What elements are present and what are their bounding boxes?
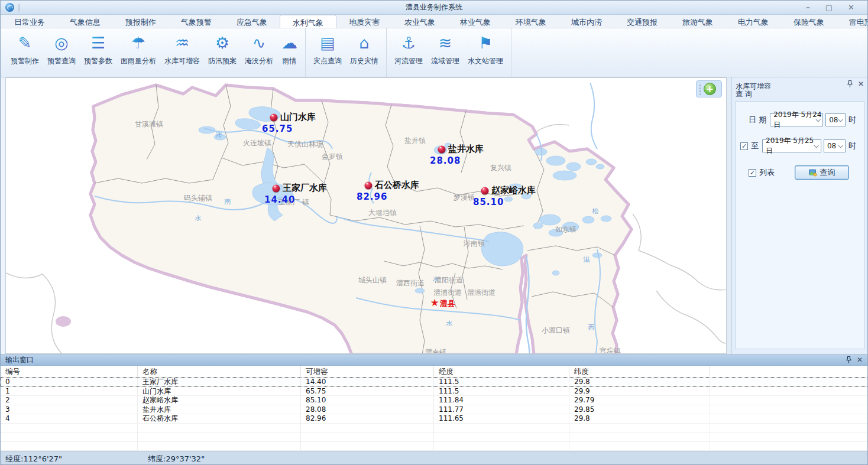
date-from-select[interactable]: 2019年 5月24日 <box>770 113 823 126</box>
reservoir-name-label: 赵家峪水库 <box>491 185 536 196</box>
close-icon[interactable]: ✕ <box>848 1 854 15</box>
column-header-4[interactable]: 纬度 <box>569 366 710 378</box>
hour-to-select[interactable]: 08 <box>824 139 846 152</box>
toolbar-warning-search[interactable]: ◎预警查询 <box>43 32 80 67</box>
toolbar-item-label: 流域管理 <box>431 56 459 66</box>
menu-item-12[interactable]: 旅游气象 <box>670 15 726 28</box>
column-header-1[interactable]: 名称 <box>138 366 301 378</box>
toolbar-river-management[interactable]: ⚓河流管理 <box>390 32 427 67</box>
table-row-4[interactable]: 4石公桥水库82.96111.6529.8 <box>1 414 868 424</box>
hydrostation-management-icon: ⚑ <box>478 33 493 54</box>
toolbar-warning-params[interactable]: ☰预警参数 <box>80 32 116 67</box>
menu-item-8[interactable]: 林业气象 <box>448 15 503 28</box>
grip-handle[interactable] <box>699 84 701 95</box>
column-header-3[interactable]: 经度 <box>434 366 569 378</box>
county-name-label: 澧县 <box>440 298 455 309</box>
table-row-empty-1[interactable] <box>1 433 868 442</box>
table-cell <box>710 396 868 405</box>
table-cell: 111.84 <box>434 396 569 405</box>
table-cell: 赵家峪水库 <box>138 396 301 405</box>
toolbar-rainfall-analysis[interactable]: ☂面雨量分析 <box>116 32 160 67</box>
menu-item-5[interactable]: 水利气象 <box>280 15 336 28</box>
river-management-icon: ⚓ <box>401 33 416 54</box>
table-row-2[interactable]: 2赵家峪水库85.10111.8429.79 <box>1 396 868 405</box>
table-cell <box>569 442 710 451</box>
table-cell: 0 <box>1 378 138 386</box>
table-cell: 82.96 <box>301 414 434 423</box>
table-row-1[interactable]: 1山门水库65.75111.529.9 <box>1 387 868 396</box>
table-row-3[interactable]: 3盐井水库28.08111.7729.85 <box>1 405 868 415</box>
menu-item-14[interactable]: 保险气象 <box>781 15 837 28</box>
column-header-0[interactable]: 编号 <box>1 366 138 378</box>
title-bar: | 澧县业务制作系统 – ▢ ✕ <box>1 1 867 15</box>
table-row-0[interactable]: 0王家厂水库14.40111.529.8 <box>1 378 868 387</box>
menu-item-1[interactable]: 气象信息 <box>57 15 113 28</box>
pin-icon[interactable] <box>847 80 853 87</box>
toolbar-item-label: 面雨量分析 <box>121 56 156 66</box>
hour-from-select[interactable]: 08 <box>825 113 846 126</box>
maximize-icon[interactable]: ▢ <box>825 1 833 15</box>
table-cell: 石公桥水库 <box>138 414 301 423</box>
menu-item-6[interactable]: 地质灾害 <box>336 15 392 28</box>
menu-item-0[interactable]: 日常业务 <box>2 15 57 28</box>
table-cell <box>138 424 301 433</box>
close-panel-icon[interactable]: ✕ <box>857 356 863 363</box>
query-button[interactable]: 查询 <box>795 165 849 180</box>
reservoir-name-label: 山门水库 <box>280 112 316 123</box>
column-header-2[interactable]: 可增容 <box>301 366 434 378</box>
hour-to-value: 08 <box>827 142 836 150</box>
close-panel-icon[interactable]: ✕ <box>858 80 864 87</box>
hour-from-value: 08 <box>829 116 838 124</box>
menu-item-2[interactable]: 预报制作 <box>113 15 169 28</box>
to-date-checkbox[interactable]: ✓ <box>740 142 748 150</box>
output-window-header: 输出窗口 ✕ <box>1 355 868 366</box>
table-cell <box>1 424 138 433</box>
menu-item-4[interactable]: 应急气象 <box>224 15 280 28</box>
menu-item-7[interactable]: 农业气象 <box>392 15 448 28</box>
menu-item-10[interactable]: 城市内涝 <box>559 15 614 28</box>
menu-item-9[interactable]: 环境气象 <box>503 15 559 28</box>
panel-title: 水库可增容 <box>736 82 771 90</box>
menu-item-15[interactable]: 雷电预警 <box>837 15 868 28</box>
reservoir-marker-3[interactable] <box>365 182 373 190</box>
table-cell <box>301 442 434 451</box>
toolbar-basin-management[interactable]: ≋流域管理 <box>427 32 464 67</box>
reservoir-marker-2[interactable] <box>273 185 280 193</box>
table-row-empty-0[interactable] <box>1 424 868 433</box>
menu-item-13[interactable]: 电力气象 <box>726 15 781 28</box>
reservoir-value-label: 14.40 <box>264 194 295 205</box>
toolbar-rain-info[interactable]: ☁雨情 <box>277 32 302 67</box>
table-cell <box>434 442 569 451</box>
toolbar-inundation-analysis[interactable]: ∿淹没分析 <box>241 32 277 67</box>
pin-icon[interactable] <box>846 356 851 363</box>
table-cell: 111.5 <box>434 378 569 386</box>
reservoir-marker-4[interactable] <box>481 187 489 195</box>
menu-item-11[interactable]: 交通预报 <box>614 15 670 28</box>
date-from-value: 2019年 5月24日 <box>773 110 822 130</box>
minimize-icon[interactable]: – <box>806 1 810 15</box>
vertical-splitter[interactable] <box>727 77 731 354</box>
list-checkbox[interactable]: ✓ <box>749 169 756 177</box>
toolbar-group-0: ✎预警制作◎预警查询☰预警参数☂面雨量分析♒水库可增容⚙防汛预案∿淹没分析☁雨情 <box>3 28 306 77</box>
toolbar-hydrostation-management[interactable]: ⚑水文站管理 <box>464 32 507 67</box>
to-label: 至 <box>751 141 759 151</box>
toolbar-flood-plan[interactable]: ⚙防汛预案 <box>204 32 241 67</box>
reservoir-name-label: 石公桥水库 <box>375 180 419 191</box>
reservoir-marker-1[interactable] <box>438 146 446 154</box>
table-cell: 14.40 <box>301 378 434 386</box>
toolbar-item-label: 水文站管理 <box>468 56 503 66</box>
map-canvas[interactable]: 甘溪滩镇火连坡镇天供山林场金罗镇盐井镇复兴镇码头铺镇王家厂 镇梦溪镇大堰垱镇如东… <box>5 77 727 354</box>
reservoir-marker-0[interactable] <box>270 114 278 122</box>
toolbar-reservoir-capacity[interactable]: ♒水库可增容 <box>160 32 204 67</box>
zoom-in-button[interactable]: + <box>704 83 716 95</box>
table-cell: 山门水库 <box>138 387 301 396</box>
table-cell: 29.79 <box>569 396 710 405</box>
toolbar-disaster-history[interactable]: ⌂历史灾情 <box>346 32 383 67</box>
table-cell: 2 <box>1 396 138 405</box>
toolbar-warning-edit[interactable]: ✎预警制作 <box>7 32 43 67</box>
toolbar-disaster-point-query[interactable]: ▤灾点查询 <box>309 32 346 67</box>
date-to-select[interactable]: 2019年 5月25日 <box>762 139 821 152</box>
menu-item-3[interactable]: 气象预警 <box>169 15 224 28</box>
warning-search-icon: ◎ <box>54 33 69 54</box>
table-row-empty-2[interactable] <box>1 442 868 451</box>
